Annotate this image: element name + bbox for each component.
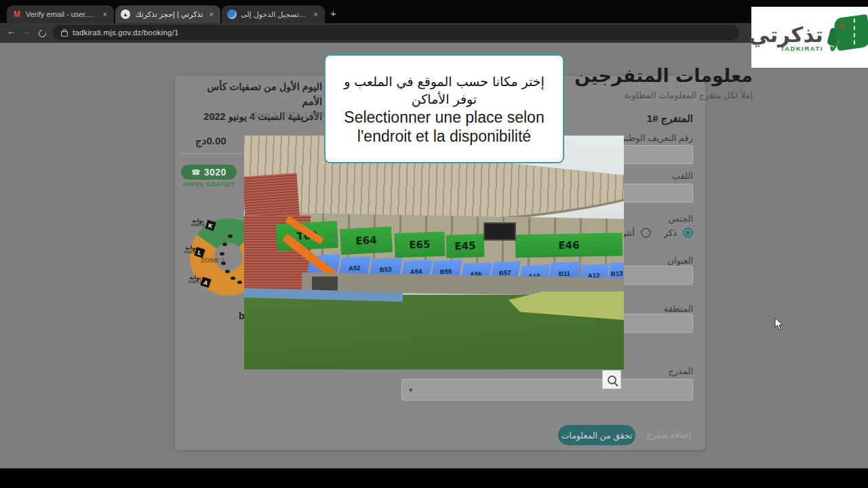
spectator-header: المتفرج #1	[647, 113, 693, 125]
login-favicon-icon	[227, 9, 237, 19]
gate-dot	[225, 270, 230, 273]
tab-gmail-verify-email[interactable]: M Verify email - user.ahmed2022@ ×	[7, 5, 114, 23]
section-upper[interactable]: E65	[394, 232, 445, 258]
hotline-number: 3020	[204, 167, 226, 178]
tooltip-arabic-line1: إختر مكانا حسب الموقع في الملعب و	[344, 73, 545, 90]
add-spectator-button[interactable]: إضافة متفرج	[643, 430, 694, 440]
page-title: معلومات المتفرجين	[574, 65, 753, 86]
close-icon[interactable]: ×	[313, 10, 319, 18]
logo-latin-text: TADKIRATI	[781, 45, 823, 52]
gate-dot	[228, 235, 233, 238]
tab-tadkirati-booking[interactable]: ▲ تذكرتي | إحجز تذكرتك ×	[115, 5, 220, 23]
scoreboard	[484, 222, 516, 241]
gender-label: الجنس	[669, 214, 693, 224]
mouse-cursor	[774, 317, 785, 334]
reload-icon[interactable]	[37, 28, 47, 39]
tab-title: Verify email - user.ahmed2022@	[26, 10, 98, 18]
gmail-icon: M	[12, 9, 22, 19]
seat-selection-tooltip: إختر مكانا حسب الموقع في الملعب و توفر ا…	[324, 54, 564, 163]
tadkirati-favicon-icon: ▲	[121, 9, 130, 19]
event-title-line1: اليوم الأول من تصفيات كأس الأمم	[186, 79, 322, 109]
section-upper[interactable]: E46	[515, 233, 623, 258]
ticket-logo-icon: ✓ ★	[827, 15, 868, 60]
zone-label: المنطقة	[664, 304, 693, 314]
event-datetime: June 3, 2022, 13:50	[252, 110, 324, 120]
section-upper[interactable]: E64	[340, 226, 393, 255]
page-subtitle: إملأ لكل متفرج المعلومات المطلوبة	[624, 90, 753, 100]
national-id-label: رقم التعريف الوطني	[618, 133, 693, 143]
gate-dot	[221, 262, 226, 265]
gate-dot	[237, 281, 242, 284]
forward-icon[interactable]: →	[22, 26, 31, 37]
tooltip-arabic-line2: توفر الأماكن	[412, 90, 477, 108]
tribune-select[interactable]: ▾	[401, 379, 693, 401]
hotline-badge: ☎ 3020	[181, 165, 237, 180]
url-text: tadkirati.mjs.gov.dz/booking/1	[73, 28, 179, 37]
address-bar[interactable]: tadkirati.mjs.gov.dz/booking/1	[53, 25, 739, 40]
screen: M Verify email - user.ahmed2022@ × ▲ تذك…	[0, 0, 868, 488]
new-tab-button[interactable]: +	[330, 8, 336, 18]
close-icon[interactable]: ×	[102, 10, 108, 18]
gate-k-label: بوابة PORTE	[190, 218, 206, 227]
divider	[178, 153, 243, 154]
ticket-price: 0.00دج	[195, 135, 226, 147]
tooltip-french-line2: l'endroit et la disponibilité	[357, 127, 531, 146]
tab-title: تذكرتي | إحجز تذكرتك	[134, 10, 204, 19]
close-icon[interactable]: ×	[208, 10, 215, 18]
logo-arabic-text: تذكرتي	[749, 23, 823, 46]
verify-info-button[interactable]: تحقق من المعلومات	[558, 425, 635, 445]
phone-icon: ☎	[191, 169, 201, 176]
chevron-down-icon: ▾	[409, 386, 413, 394]
gender-radio-group: ذكر أنثى	[613, 228, 693, 238]
letterbox-bar	[0, 468, 868, 488]
gender-male-radio[interactable]	[683, 228, 693, 238]
address-label: العنوان	[667, 256, 693, 266]
back-icon[interactable]: ←	[7, 26, 16, 37]
tribune-label: المدرج	[668, 366, 693, 376]
gender-female-radio[interactable]	[641, 228, 651, 238]
gate-dot	[222, 243, 227, 246]
gender-male-label: ذكر	[664, 228, 677, 238]
hotline-caption: APPEL GRATUIT	[181, 181, 237, 188]
star-icon: ★	[838, 22, 845, 30]
tab-title: تسجيل الدخول إلى TADKIRATI	[241, 10, 309, 19]
stadium-photo: T63 E64 E65 E45 E46 B51 A52 B53 A54 B55 …	[244, 136, 624, 369]
lastname-label: اللقب	[672, 171, 693, 181]
lock-icon	[61, 31, 68, 37]
gate-dot	[220, 252, 224, 256]
tab-tadkirati-login[interactable]: تسجيل الدخول إلى TADKIRATI ×	[222, 5, 325, 23]
gate-dot	[231, 277, 235, 280]
zoom-button[interactable]	[602, 370, 621, 389]
tadkirati-logo: تذكرتي TADKIRATI ✓ ★	[751, 7, 868, 68]
gate-k-marker: K	[205, 220, 216, 230]
magnifier-icon	[608, 375, 616, 384]
tooltip-french-line1: Selectionner une place selon	[344, 108, 544, 127]
browser-tab-strip: M Verify email - user.ahmed2022@ × ▲ تذك…	[0, 0, 868, 23]
section-upper[interactable]: E45	[446, 234, 484, 258]
checkmark-icon: ✓	[827, 37, 844, 56]
